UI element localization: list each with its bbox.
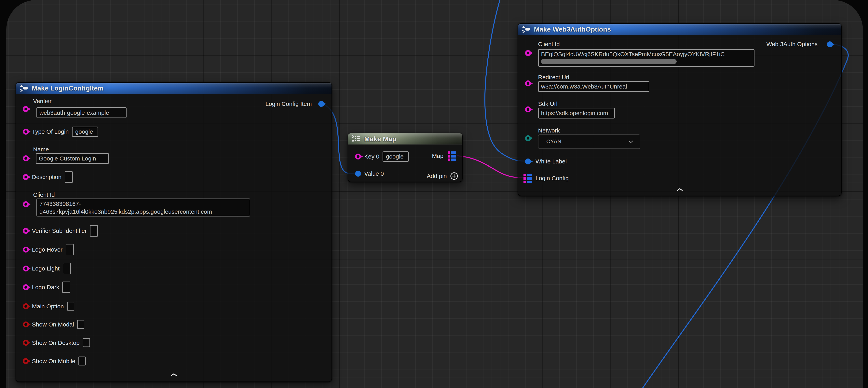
verifier-pin[interactable] [23, 106, 29, 112]
map-output-pin[interactable] [448, 151, 456, 161]
node-title: Make LoginConfigItem [32, 84, 104, 92]
map-output-label: Map [432, 152, 443, 159]
value0-label: Value 0 [364, 170, 384, 177]
logo-hover-label: Logo Hover [32, 246, 62, 253]
client-id-input[interactable]: BEglQSgt4cUWcj6SKRdu5QkOXTsePmMcusG5EAoy… [538, 49, 754, 67]
main-option-pin[interactable] [23, 303, 29, 309]
login-config-item-output-pin[interactable] [318, 101, 324, 107]
node-header[interactable]: Make Web3AuthOptions [518, 24, 841, 35]
verifier-sub-identifier-label: Verifier Sub Identifier [32, 228, 87, 234]
value0-pin[interactable] [355, 171, 361, 177]
network-label: Network [538, 127, 560, 134]
node-title: Make Web3AuthOptions [534, 25, 611, 33]
logo-hover-pin[interactable] [23, 247, 29, 252]
logo-dark-pin[interactable] [23, 284, 29, 290]
chevron-down-icon [628, 140, 633, 143]
logo-hover-input[interactable] [66, 244, 74, 255]
client-id-scrollbar[interactable] [541, 59, 677, 64]
add-pin-button[interactable]: Add pin [427, 172, 458, 180]
logo-light-input[interactable] [63, 263, 71, 274]
web3auth-options-output-label: Web 3Auth Options [766, 40, 817, 48]
description-pin[interactable] [23, 174, 29, 180]
login-config-item-output-label: Login Config Item [266, 100, 312, 108]
verifier-label: Verifier [33, 98, 52, 105]
add-pin-label: Add pin [427, 173, 447, 179]
type-of-login-pin[interactable] [23, 129, 29, 135]
logo-dark-input[interactable] [62, 281, 70, 293]
make-struct-icon [19, 84, 28, 92]
main-option-label: Main Option [32, 303, 64, 309]
make-struct-icon [521, 25, 530, 33]
show-on-mobile-checkbox[interactable] [79, 357, 86, 365]
web3auth-options-output-pin[interactable] [827, 41, 833, 47]
collapse-node-button[interactable] [170, 373, 177, 377]
description-input[interactable] [65, 171, 73, 183]
node-make-map[interactable]: Make Map Key 0 google Map Value 0 [348, 133, 463, 182]
key0-pin[interactable] [355, 154, 361, 159]
node-title: Make Map [364, 135, 396, 143]
key0-label: Key 0 [364, 153, 379, 160]
collapse-node-button[interactable] [676, 188, 683, 192]
client-id-input[interactable]: 774338308167- q463s7kpvja16l4l0kko3nb925… [36, 199, 250, 216]
node-make-loginconfigitem[interactable]: Make LoginConfigItem Verifier web3auth-g… [16, 82, 332, 382]
sdk-url-label: Sdk Url [538, 100, 557, 108]
redirect-url-label: Redirect Url [538, 74, 569, 81]
client-id-text: BEglQSgt4cUWcj6SKRdu5QkOXTsePmMcusG5EAoy… [541, 51, 725, 58]
verifier-sub-identifier-pin[interactable] [23, 228, 29, 234]
show-on-mobile-pin[interactable] [23, 358, 29, 364]
name-label: Name [33, 146, 49, 153]
node-header[interactable]: Make LoginConfigItem [16, 83, 332, 94]
name-input[interactable]: Google Custom Login [36, 153, 109, 164]
logo-dark-label: Logo Dark [32, 284, 59, 291]
main-option-checkbox[interactable] [67, 302, 74, 311]
logo-light-pin[interactable] [23, 266, 29, 271]
client-id-label: Client Id [538, 40, 560, 48]
description-label: Description [32, 174, 61, 180]
show-on-desktop-label: Show On Desktop [32, 339, 80, 346]
name-pin[interactable] [23, 155, 29, 161]
sdk-url-pin[interactable] [525, 107, 531, 112]
redirect-url-pin[interactable] [525, 81, 531, 86]
show-on-mobile-label: Show On Mobile [32, 358, 75, 364]
white-label-pin[interactable] [525, 158, 531, 165]
show-on-desktop-pin[interactable] [23, 340, 29, 346]
wire-map-to-loginconfig[interactable] [457, 156, 524, 178]
verifier-input[interactable]: web3auth-google-example [36, 107, 127, 118]
make-map-icon [351, 135, 361, 143]
network-dropdown[interactable]: CYAN [538, 135, 640, 149]
login-config-label: Login Config [535, 175, 569, 182]
graph-canvas[interactable]: Make LoginConfigItem Verifier web3auth-g… [6, 0, 863, 388]
plus-circle-icon [450, 172, 458, 180]
key0-input[interactable]: google [382, 151, 409, 162]
node-make-web3authoptions[interactable]: Make Web3AuthOptions Client Id BEglQSgt4… [518, 23, 842, 196]
node-header[interactable]: Make Map [348, 133, 462, 145]
client-id-pin[interactable] [525, 50, 531, 56]
show-on-modal-pin[interactable] [23, 321, 29, 327]
chevron-up-icon [170, 373, 177, 376]
type-of-login-input[interactable]: google [72, 126, 98, 137]
show-on-modal-checkbox[interactable] [77, 320, 84, 329]
verifier-sub-identifier-input[interactable] [90, 225, 98, 237]
white-label-label: White Label [535, 158, 567, 165]
network-selected-value: CYAN [546, 139, 561, 145]
show-on-desktop-checkbox[interactable] [83, 338, 90, 347]
redirect-url-input[interactable]: w3a://com.w3a.Web3AuthUnreal [538, 81, 649, 92]
chevron-up-icon [676, 188, 683, 191]
show-on-modal-label: Show On Modal [32, 321, 74, 328]
client-id-label: Client Id [33, 191, 55, 198]
logo-light-label: Logo Light [32, 265, 60, 272]
sdk-url-input[interactable]: https://sdk.openlogin.com [538, 108, 615, 118]
client-id-pin[interactable] [23, 201, 29, 207]
blueprint-editor: Make LoginConfigItem Verifier web3auth-g… [0, 0, 868, 388]
login-config-pin[interactable] [524, 174, 532, 183]
type-of-login-label: Type Of Login [32, 128, 69, 135]
network-pin[interactable] [525, 135, 531, 141]
